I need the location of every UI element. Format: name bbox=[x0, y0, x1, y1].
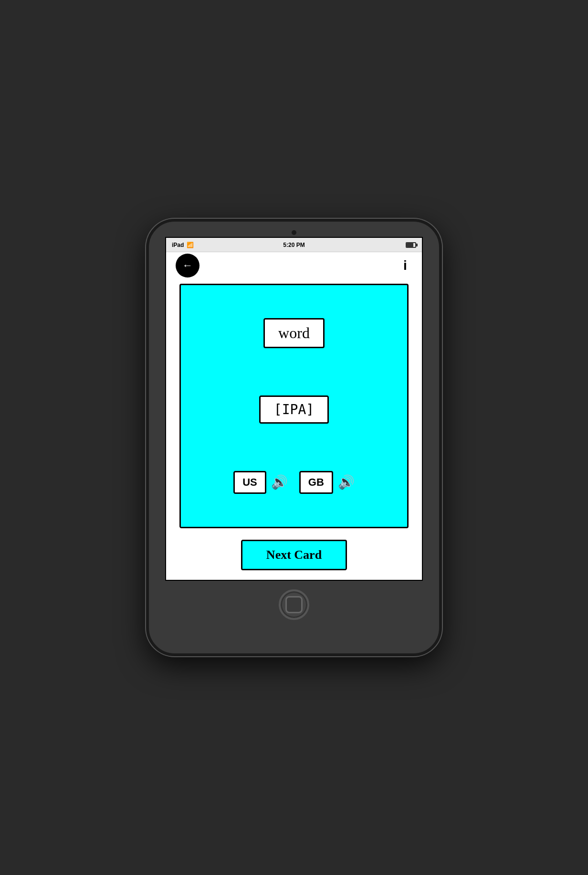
us-pronunciation-group: US 🔊 bbox=[233, 471, 288, 494]
app-content: ← i word [IPA] bbox=[166, 252, 422, 580]
gb-accent-box: GB bbox=[299, 471, 333, 494]
back-button[interactable]: ← bbox=[176, 254, 200, 277]
front-camera bbox=[292, 230, 296, 235]
gb-accent-label: GB bbox=[308, 476, 324, 488]
status-bar: iPad 📶 5:20 PM bbox=[166, 238, 422, 252]
main-area: word [IPA] US 🔊 bbox=[166, 279, 422, 580]
ipa-box: [IPA] bbox=[259, 395, 329, 424]
status-right bbox=[406, 242, 416, 248]
battery-fill bbox=[407, 243, 413, 247]
word-text: word bbox=[278, 324, 310, 341]
nav-bar: ← i bbox=[166, 252, 422, 279]
status-time: 5:20 PM bbox=[283, 242, 304, 248]
ipa-text: [IPA] bbox=[274, 402, 314, 417]
device-screen: iPad 📶 5:20 PM ← i bbox=[165, 237, 423, 581]
us-accent-label: US bbox=[242, 476, 257, 488]
gb-speaker-icon: 🔊 bbox=[338, 475, 355, 490]
home-button-area bbox=[279, 581, 309, 629]
info-button[interactable]: i bbox=[398, 258, 412, 273]
next-card-button[interactable]: Next Card bbox=[241, 540, 347, 570]
battery-icon bbox=[406, 242, 416, 248]
us-speaker-button[interactable]: 🔊 bbox=[271, 474, 288, 490]
flashcard: word [IPA] US 🔊 bbox=[179, 284, 409, 528]
word-box: word bbox=[263, 318, 325, 348]
home-button-inner bbox=[285, 596, 303, 613]
home-button[interactable] bbox=[279, 589, 309, 620]
us-speaker-icon: 🔊 bbox=[271, 475, 288, 490]
status-left: iPad 📶 bbox=[172, 242, 194, 248]
pronunciation-row: US 🔊 GB 🔊 bbox=[233, 471, 355, 494]
us-accent-box: US bbox=[233, 471, 266, 494]
device-name-label: iPad bbox=[172, 242, 184, 248]
info-icon: i bbox=[403, 258, 407, 273]
gb-speaker-button[interactable]: 🔊 bbox=[338, 474, 355, 490]
back-arrow-icon: ← bbox=[182, 260, 193, 271]
next-card-label: Next Card bbox=[266, 548, 322, 562]
wifi-icon: 📶 bbox=[187, 242, 194, 248]
ipad-device-frame: iPad 📶 5:20 PM ← i bbox=[146, 219, 442, 656]
gb-pronunciation-group: GB 🔊 bbox=[299, 471, 355, 494]
